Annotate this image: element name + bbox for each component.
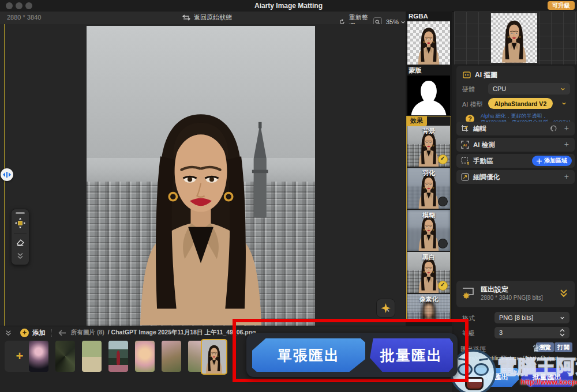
ai-detect-label: AI 檢測 (473, 141, 495, 149)
svg-text:AI: AI (463, 143, 467, 147)
undo-icon[interactable] (550, 125, 557, 132)
breadcrumb-group[interactable]: 所有圖片 (8) (71, 329, 104, 337)
chevron-down-icon (560, 86, 565, 92)
filmstrip-thumbnail-bicycle[interactable] (82, 341, 102, 372)
filmstrip-thumbnail-peach-flowers[interactable] (135, 341, 155, 372)
effect-background[interactable]: 背景 (407, 126, 450, 167)
upgrade-button[interactable]: 可升級 (548, 1, 575, 10)
refine-section-row[interactable]: 細調優化 + (456, 170, 575, 184)
manual-area-section-row[interactable]: 手動區 添加區域 (456, 154, 575, 168)
manual-area-label: 手動區 (473, 157, 493, 165)
manual-area-icon (461, 157, 469, 165)
export-settings-title: 匯出設定 (481, 285, 508, 295)
open-button[interactable]: 打開 (554, 342, 572, 352)
rgba-preview[interactable] (407, 21, 450, 65)
single-export-button[interactable]: 單張匯出 (469, 368, 519, 387)
model-label: AI 模型 (462, 100, 482, 109)
double-chevron-expand-icon[interactable] (560, 289, 568, 298)
eraser-tool[interactable] (13, 235, 27, 250)
stepper-arrows-icon (560, 329, 565, 337)
mask-preview[interactable] (407, 76, 450, 115)
collapse-strip-icon[interactable] (5, 329, 12, 337)
edit-section-row[interactable]: 編輯 + (456, 122, 575, 135)
hardware-label: 硬體 (462, 85, 475, 94)
add-region-button[interactable]: 添加區域 (532, 156, 572, 166)
batch-export-callout-button[interactable]: 批量匯出 (370, 338, 453, 372)
canvas-toolbar: 2880 * 3840 返回原始狀態 重新整理 35% (0, 12, 406, 25)
compare-slider-handle[interactable] (1, 168, 13, 181)
ai-matting-icon (462, 70, 471, 80)
main-image[interactable] (87, 26, 315, 326)
export-settings-icon (462, 287, 475, 300)
export-settings-card[interactable]: 匯出設定 2880 * 3840 PNG[8 bits] (456, 281, 575, 307)
edit-crop-icon (461, 125, 469, 133)
result-preview-area (454, 12, 577, 65)
export-path-value: /Users/shengtilin/Pictures/Aiarty Output (458, 355, 573, 361)
ai-matting-title: AI 摳圖 (475, 70, 497, 80)
reset-original-button[interactable]: 返回原始狀態 (194, 13, 232, 22)
annotation-highlight-box: 單張匯出 批量匯出 (233, 319, 469, 382)
chevron-down-icon[interactable] (561, 101, 567, 106)
export-buttons-callout: 單張匯出 批量匯出 (246, 333, 458, 377)
palette-collapse-button[interactable] (16, 252, 24, 262)
window-title: Aiarty Image Matting (0, 2, 577, 10)
refine-icon (461, 173, 469, 181)
effect-check-indicator[interactable] (438, 281, 448, 291)
refine-label: 細調優化 (473, 173, 500, 182)
double-chevron-down-icon (16, 252, 24, 260)
filmstrip-thumbnail-selected[interactable] (201, 339, 227, 375)
chevron-down-icon (560, 315, 565, 321)
model-hint-line1: Alpha 細化，更好的半透明， (481, 113, 548, 119)
palette-drag-handle[interactable] (16, 212, 25, 214)
back-arrow-icon[interactable] (58, 330, 66, 336)
effects-section: 效果 背景 羽化 模糊 黑白 (406, 116, 451, 320)
browse-button[interactable]: 瀏覽 (536, 342, 554, 352)
model-dropdown[interactable]: AlphaStandard V2 (488, 98, 553, 109)
batch-export-button[interactable]: 批量匯出 (521, 368, 573, 387)
effect-pixelate[interactable]: 像素化 (407, 294, 450, 320)
effect-feather[interactable]: 羽化 (407, 168, 450, 209)
filmstrip-thumbnail-jellyfish[interactable] (29, 341, 48, 372)
mask-label: 蒙版 (409, 66, 422, 75)
effect-check-indicator[interactable] (438, 154, 448, 164)
eraser-icon (15, 237, 25, 247)
effect-check-indicator[interactable] (438, 197, 448, 206)
ai-detect-section-row[interactable]: AI AI 檢測 + (456, 138, 575, 152)
add-image-icon[interactable]: + (20, 329, 29, 337)
single-export-callout-button[interactable]: 單張匯出 (252, 338, 365, 372)
crosshair-plus-icon (537, 159, 542, 164)
effect-blur[interactable]: 模糊 (407, 210, 450, 251)
ai-matting-card: AI 摳圖 硬體 CPU AI 模型 AlphaStandard V2 ? Al… (456, 66, 575, 130)
move-tool-icon (14, 217, 26, 229)
filmstrip-thumbnail-red-dress[interactable] (108, 341, 128, 372)
edit-label: 編輯 (473, 125, 486, 133)
level-stepper[interactable]: 3 (494, 327, 569, 338)
hardware-dropdown[interactable]: CPU (488, 83, 570, 95)
ai-enhance-button[interactable] (376, 299, 395, 318)
move-region-tool[interactable] (13, 216, 27, 231)
filmstrip-thumbnail-abstract[interactable] (55, 341, 75, 372)
effect-check-indicator[interactable] (438, 239, 448, 248)
compare-arrows-icon (182, 14, 190, 21)
channels-column: RGBA 蒙版 效果 背景 羽化 模糊 (406, 12, 452, 326)
floating-tool-palette (11, 209, 29, 265)
expand-plus-icon[interactable]: + (564, 140, 569, 149)
ai-detect-icon: AI (461, 141, 469, 149)
sparkle-icon (380, 303, 391, 314)
result-thumbnail[interactable] (491, 13, 537, 63)
effect-black-white[interactable]: 黑白 (407, 252, 450, 293)
image-dimensions: 2880 * 3840 (7, 14, 41, 21)
expand-plus-icon[interactable]: + (564, 123, 569, 133)
editing-canvas[interactable] (0, 24, 406, 326)
expand-plus-icon[interactable]: + (564, 172, 569, 181)
title-bar: Aiarty Image Matting 可升級 (0, 0, 577, 12)
format-dropdown[interactable]: PNG [8 bits] (494, 312, 569, 323)
rgba-label: RGBA (409, 13, 428, 20)
app-window: Aiarty Image Matting 可升級 2880 * 3840 返回原… (0, 0, 577, 392)
export-summary: 2880 * 3840 PNG[8 bits] (481, 295, 543, 301)
effects-header: 效果 (406, 116, 427, 126)
add-image-button[interactable]: 添加 (32, 329, 46, 337)
right-panel: AI 摳圖 硬體 CPU AI 模型 AlphaStandard V2 ? Al… (454, 12, 577, 392)
portrait-subject (117, 107, 285, 326)
filmstrip-thumbnail-roses[interactable] (162, 341, 181, 372)
